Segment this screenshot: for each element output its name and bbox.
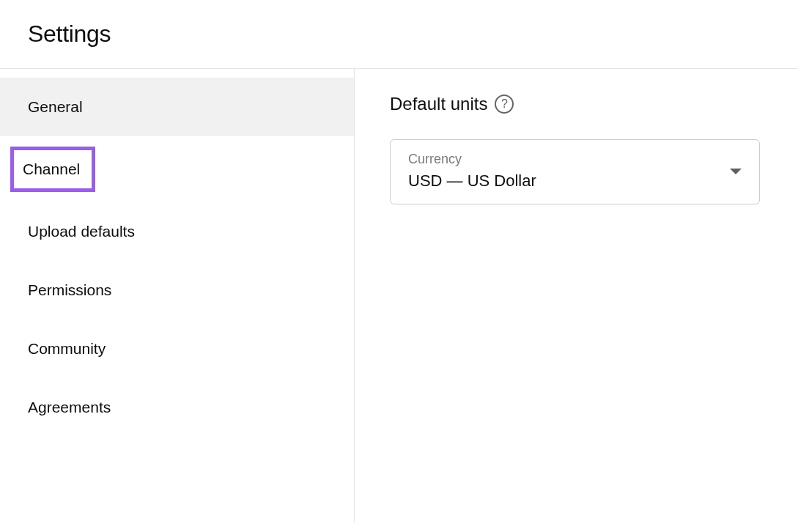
sidebar-item-channel[interactable]: Channel — [0, 136, 354, 202]
sidebar-item-upload-defaults[interactable]: Upload defaults — [0, 202, 354, 261]
sidebar-item-community[interactable]: Community — [0, 319, 354, 378]
sidebar-item-label: Permissions — [28, 281, 111, 298]
section-title: Default units — [390, 94, 487, 114]
sidebar-item-label: Agreements — [28, 399, 111, 415]
sidebar-item-general[interactable]: General — [0, 78, 354, 136]
content-area: General Channel Upload defaults Permissi… — [0, 69, 798, 522]
chevron-down-icon — [730, 169, 742, 174]
sidebar-item-permissions[interactable]: Permissions — [0, 261, 354, 319]
help-icon[interactable]: ? — [495, 95, 514, 114]
sidebar-item-label: Channel — [10, 147, 95, 192]
section-header: Default units ? — [390, 94, 763, 114]
sidebar-item-label: General — [28, 98, 83, 115]
main-panel: Default units ? Currency USD — US Dollar — [355, 69, 798, 522]
currency-select[interactable]: Currency USD — US Dollar — [390, 139, 760, 204]
sidebar-item-label: Upload defaults — [28, 223, 135, 240]
page-title: Settings — [28, 21, 798, 48]
settings-sidebar: General Channel Upload defaults Permissi… — [0, 69, 355, 522]
currency-select-inner: Currency USD — US Dollar — [408, 152, 536, 191]
page-header: Settings — [0, 0, 798, 69]
sidebar-item-label: Community — [28, 340, 106, 357]
currency-value: USD — US Dollar — [408, 171, 536, 191]
sidebar-item-agreements[interactable]: Agreements — [0, 378, 354, 437]
currency-label: Currency — [408, 152, 536, 167]
